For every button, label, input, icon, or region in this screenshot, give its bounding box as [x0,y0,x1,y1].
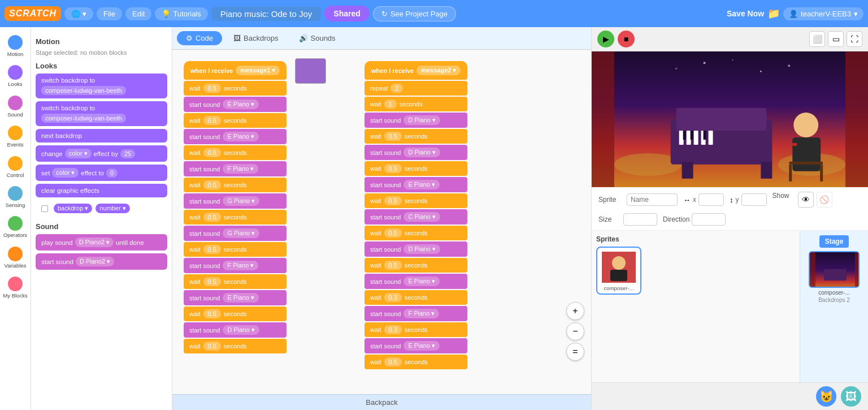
wait-block-8[interactable]: wait 0.5 seconds [184,307,287,321]
backdrop-number-checkbox[interactable] [41,205,48,212]
wait-block-3[interactable]: wait 0.5 seconds [184,145,287,160]
folder-icon[interactable]: 📁 [767,7,780,20]
project-name-input[interactable]: Piano music: Ode to Joy [211,7,322,21]
sound-block-r3[interactable]: start sound E Piano ▾ [364,177,467,192]
stop-button[interactable]: ■ [618,31,635,48]
shared-button[interactable]: Shared [324,6,369,21]
script-1-thumbnail [295,58,326,84]
wait-block-r8[interactable]: wait 0.3 seconds [364,322,467,337]
stage-backdrop-thumb[interactable] [809,251,860,288]
tutorials-button[interactable]: 💡 Tutorials [155,7,207,20]
wait-block-r4[interactable]: wait 0.5 seconds [364,193,467,208]
see-project-button[interactable]: ↻ See Project Page [373,6,456,21]
sidebar-item-motion[interactable]: Motion [1,32,30,61]
show-eye-button[interactable]: 👁 [798,192,814,208]
stage-tab-button[interactable]: Stage [819,235,849,248]
hat-block-2[interactable]: when I receive message2 ▾ [364,61,467,80]
block-change-color-effect[interactable]: change color ▾ effect by 25 [36,145,167,162]
zoom-out-button[interactable]: − [566,322,584,340]
block-clear-graphic-effects[interactable]: clear graphic effects [36,184,167,197]
globe-button[interactable]: 🌐 ▾ [64,7,93,20]
sound-block-6[interactable]: start sound F Piano ▾ [184,258,287,273]
file-menu[interactable]: File [97,7,122,20]
sprite-name-input[interactable] [627,193,678,206]
direction-input[interactable] [692,213,726,226]
add-sprite-button[interactable]: 😺 [816,386,836,407]
sidebar-item-operators[interactable]: Operators [1,213,30,241]
sidebar-item-sound[interactable]: Sound [1,92,30,121]
sidebar-item-variables[interactable]: Variables [1,243,30,272]
sidebar-item-events[interactable]: Events [1,122,30,151]
wait-block-r7[interactable]: wait 0.3 seconds [364,290,467,305]
stage-canvas[interactable] [592,51,868,187]
wait-block-9[interactable]: wait 0.5 seconds [184,339,287,353]
sound-block-r5[interactable]: start sound D Piano ▾ [364,241,467,257]
sound-block-1[interactable]: start sound E Piano ▾ [184,97,287,112]
sound-block-3[interactable]: start sound F Piano ▾ [184,161,287,176]
wait-block-5[interactable]: wait 0.5 seconds [184,210,287,225]
sprite-card-composer[interactable]: composer-... [596,247,641,295]
wait-block-7[interactable]: wait 0.5 seconds [184,274,287,289]
sidebar-item-control[interactable]: Control [1,153,30,182]
sound-block-r4[interactable]: start sound C Piano ▾ [364,209,467,225]
zoom-reset-button[interactable]: = [566,343,584,361]
small-stage-button[interactable]: ⬜ [809,31,825,47]
save-now-button[interactable]: Save Now [727,9,764,18]
wait-block-r9[interactable]: wait 0.5 seconds [364,355,467,369]
svg-point-22 [704,62,706,64]
sound-block-r7[interactable]: start sound F Piano ▾ [364,306,467,321]
block-switch-backdrop-2[interactable]: switch backdrop to composer-ludwig-van-b… [36,101,167,126]
block-play-sound[interactable]: play sound D Piano2 ▾ until done [36,234,167,251]
wait-block-4[interactable]: wait 0.5 seconds [184,178,287,192]
tab-sounds[interactable]: 🔊 Sounds [290,31,345,45]
hat-block-1[interactable]: when I receive message1 ▾ [184,61,287,80]
add-backdrop-button[interactable]: 🖼 [841,386,861,407]
sound-block-5[interactable]: start sound G Piano ▾ [184,226,287,241]
medium-stage-button[interactable]: ▭ [828,31,844,47]
size-input[interactable] [623,213,657,226]
sound-block-8[interactable]: start sound D Piano ▾ [184,322,287,338]
sound-block-4[interactable]: start sound G Piano ▾ [184,193,287,209]
sound-block-2[interactable]: start sound E Piano ▾ [184,129,287,144]
sidebar-item-my-blocks[interactable]: My Blocks [1,273,30,302]
wait-block-r5[interactable]: wait 0.5 seconds [364,226,467,240]
sidebar-item-sensing[interactable]: Sensing [1,183,30,212]
sound-block-r1[interactable]: start sound D Piano ▾ [364,113,467,128]
svg-rect-15 [792,137,821,171]
zoom-in-button[interactable]: + [566,302,584,320]
sound-block-r6[interactable]: start sound E Piano ▾ [364,274,467,289]
tab-code[interactable]: ⚙ Code [177,31,222,45]
fullscreen-stage-button[interactable]: ⛶ [847,31,862,47]
scratch-logo[interactable]: SCRATCH [5,6,61,21]
block-backdrop-number[interactable]: backdrop ▾ number ▾ [36,200,167,217]
block-switch-backdrop-1[interactable]: switch backdrop to composer-ludwig-van-b… [36,74,167,98]
svg-point-25 [788,64,790,67]
wait-block-1[interactable]: wait 0.5 seconds [184,81,287,96]
user-avatar[interactable]: 👤 teacherV-EEB3 ▾ [783,7,863,20]
green-flag-button[interactable]: ▶ [597,31,614,48]
wait-block-2[interactable]: wait 0.5 seconds [184,113,287,128]
tab-backdrops[interactable]: 🖼 Backdrops [224,31,287,45]
sidebar-item-looks[interactable]: Looks [1,62,30,90]
repeat-block[interactable]: repeat 2 [364,81,467,96]
sound-block-7[interactable]: start sound E Piano ▾ [184,290,287,305]
backpack-bar[interactable]: Backpack [172,394,591,410]
sound-block-r8[interactable]: start sound E Piano ▾ [364,338,467,353]
y-input[interactable] [741,193,767,206]
block-set-color-effect[interactable]: set color ▾ effect to 0 [36,165,167,181]
svg-rect-16 [792,143,797,146]
block-next-backdrop[interactable]: next backdrop [36,129,167,143]
y-coord: ↕ y [730,193,767,206]
sound-block-r2[interactable]: start sound D Piano ▾ [364,145,467,160]
block-start-sound[interactable]: start sound D Piano2 ▾ [36,253,167,270]
tabs-bar: ⚙ Code 🖼 Backdrops 🔊 Sounds [172,27,591,50]
wait-block-r6[interactable]: wait 0.5 seconds [364,258,467,273]
wait-block-r1[interactable]: wait 1 seconds [364,97,467,111]
hide-eye-button[interactable]: 🚫 [817,192,832,208]
edit-menu[interactable]: Edit [125,7,151,20]
wait-block-r2[interactable]: wait 0.5 seconds [364,129,467,144]
wait-block-r3[interactable]: wait 0.5 seconds [364,161,467,176]
scripts-canvas[interactable]: when I receive message1 ▾ wait 0.5 secon… [172,50,591,394]
wait-block-6[interactable]: wait 0.5 seconds [184,242,287,257]
x-input[interactable] [698,193,724,206]
